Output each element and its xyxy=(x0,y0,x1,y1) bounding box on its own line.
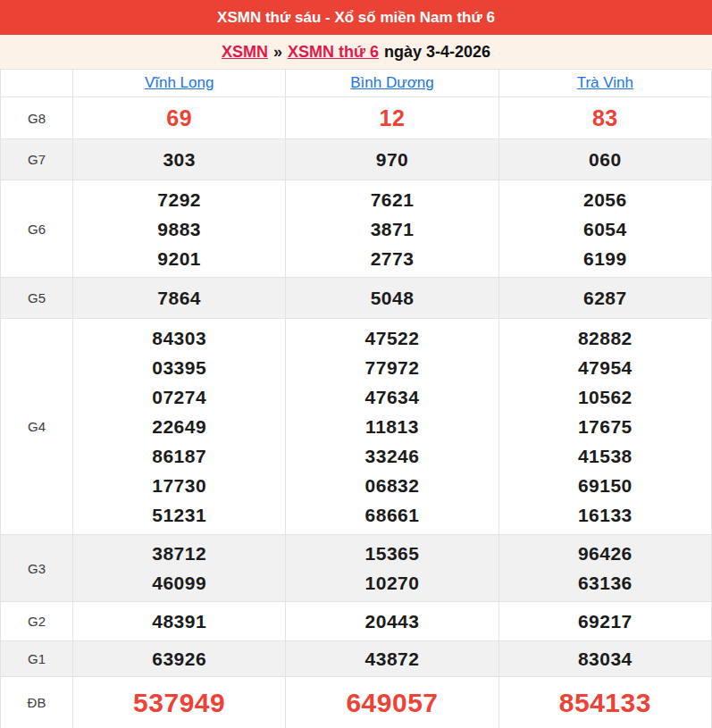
prize-row-G3: G3387124609915365102709642663136 xyxy=(1,535,712,602)
result-cell-G4-col3: 82882479541056217675415386915016133 xyxy=(498,319,711,535)
prize-label-G1: G1 xyxy=(1,641,73,677)
province-link-tra-vinh[interactable]: Trà Vinh xyxy=(577,74,633,91)
result-number: 10562 xyxy=(499,382,711,412)
result-number: 3871 xyxy=(286,214,498,244)
result-number: 69150 xyxy=(499,471,711,500)
result-number: 51231 xyxy=(73,500,285,530)
result-number: 17730 xyxy=(73,471,285,500)
breadcrumb: XSMN » XSMN thứ 6 ngày 3-4-2026 xyxy=(0,35,712,69)
result-number: 10270 xyxy=(286,568,498,598)
result-number: 83 xyxy=(499,104,711,133)
result-number: 84303 xyxy=(73,323,285,353)
result-cell-G3-col2: 1536510270 xyxy=(286,535,498,602)
prize-row-G8: G8691283 xyxy=(1,97,712,139)
breadcrumb-link-xsmn-thu-6[interactable]: XSMN thứ 6 xyxy=(288,43,379,62)
prize-label-ĐB: ĐB xyxy=(1,677,73,728)
result-cell-G2-col1: 48391 xyxy=(73,602,286,641)
result-cell-ĐB-col2: 649057 xyxy=(286,677,498,728)
result-number: 537949 xyxy=(73,688,285,717)
result-number: 970 xyxy=(286,145,498,174)
province-header-row: Vĩnh Long Bình Dương Trà Vinh xyxy=(1,70,712,97)
prize-row-G6: G6729298839201762138712773205660546199 xyxy=(1,180,712,278)
result-cell-ĐB-col1: 537949 xyxy=(73,677,286,728)
province-header-tra-vinh: Trà Vinh xyxy=(498,70,711,97)
result-number: 12 xyxy=(286,104,498,133)
result-number: 11813 xyxy=(286,412,498,441)
result-number: 41538 xyxy=(499,441,711,471)
result-number: 69217 xyxy=(499,607,711,636)
result-cell-G2-col3: 69217 xyxy=(498,602,711,641)
result-cell-G3-col1: 3871246099 xyxy=(73,535,286,602)
result-cell-G7-col2: 970 xyxy=(286,139,498,180)
result-number: 20443 xyxy=(286,607,498,636)
result-cell-G8-col1: 69 xyxy=(73,97,286,139)
result-cell-G7-col3: 060 xyxy=(498,139,711,180)
result-number: 83034 xyxy=(499,644,711,674)
result-number: 47634 xyxy=(286,382,498,412)
result-number: 43872 xyxy=(286,644,498,674)
prize-column-header xyxy=(1,70,73,97)
result-cell-G3-col3: 9642663136 xyxy=(498,535,711,602)
result-number: 649057 xyxy=(286,688,498,717)
result-number: 33246 xyxy=(286,441,498,471)
result-number: 17675 xyxy=(499,412,711,441)
result-number: 2773 xyxy=(286,244,498,273)
result-number: 303 xyxy=(73,145,285,174)
result-number: 15365 xyxy=(286,539,498,568)
result-number: 47522 xyxy=(286,323,498,353)
province-link-vinh-long[interactable]: Vĩnh Long xyxy=(145,74,214,91)
result-cell-G1-col1: 63926 xyxy=(73,641,286,677)
result-number: 86187 xyxy=(73,441,285,471)
page-title: XSMN thứ sáu - Xổ số miền Nam thứ 6 xyxy=(217,9,495,27)
result-number: 9201 xyxy=(73,244,285,273)
result-number: 63136 xyxy=(499,568,711,598)
result-number: 48391 xyxy=(73,607,285,636)
result-number: 63926 xyxy=(73,644,285,674)
result-cell-G8-col2: 12 xyxy=(286,97,498,139)
result-cell-G2-col2: 20443 xyxy=(286,602,498,641)
results-table: Vĩnh Long Bình Dương Trà Vinh G8691283G7… xyxy=(0,69,712,728)
result-cell-G1-col2: 43872 xyxy=(286,641,498,677)
page-title-bar: XSMN thứ sáu - Xổ số miền Nam thứ 6 xyxy=(0,0,712,35)
result-number: 9883 xyxy=(73,214,285,244)
result-number: 03395 xyxy=(73,353,285,382)
result-number: 7621 xyxy=(286,185,498,214)
province-header-vinh-long: Vĩnh Long xyxy=(73,70,286,97)
breadcrumb-separator: » xyxy=(273,43,282,62)
prize-label-G6: G6 xyxy=(1,180,73,278)
result-cell-ĐB-col3: 854133 xyxy=(498,677,711,728)
result-number: 06832 xyxy=(286,471,498,500)
province-link-binh-duong[interactable]: Bình Dương xyxy=(350,74,433,91)
result-cell-G8-col3: 83 xyxy=(498,97,711,139)
result-cell-G6-col3: 205660546199 xyxy=(498,180,711,278)
result-number: 96426 xyxy=(499,539,711,568)
lottery-results-page: XSMN thứ sáu - Xổ số miền Nam thứ 6 XSMN… xyxy=(0,0,712,728)
result-number: 6287 xyxy=(499,283,711,313)
result-number: 82882 xyxy=(499,323,711,353)
province-header-binh-duong: Bình Dương xyxy=(286,70,498,97)
prize-row-G5: G5786450486287 xyxy=(1,278,712,319)
result-number: 6199 xyxy=(499,244,711,273)
result-number: 6054 xyxy=(499,214,711,244)
result-cell-G1-col3: 83034 xyxy=(498,641,711,677)
result-cell-G6-col2: 762138712773 xyxy=(286,180,498,278)
prize-label-G8: G8 xyxy=(1,97,73,139)
prize-label-G7: G7 xyxy=(1,139,73,180)
prize-row-G7: G7303970060 xyxy=(1,139,712,180)
result-cell-G4-col1: 84303033950727422649861871773051231 xyxy=(73,319,286,535)
result-number: 5048 xyxy=(286,283,498,313)
result-cell-G5-col1: 7864 xyxy=(73,278,286,319)
result-number: 38712 xyxy=(73,539,285,568)
prize-label-G5: G5 xyxy=(1,278,73,319)
prize-label-G4: G4 xyxy=(1,319,73,535)
result-cell-G5-col3: 6287 xyxy=(498,278,711,319)
result-number: 854133 xyxy=(499,688,711,717)
result-number: 7292 xyxy=(73,185,285,214)
breadcrumb-date: ngày 3-4-2026 xyxy=(384,43,490,62)
result-number: 46099 xyxy=(73,568,285,598)
result-number: 16133 xyxy=(499,500,711,530)
breadcrumb-link-xsmn[interactable]: XSMN xyxy=(222,43,268,62)
result-cell-G6-col1: 729298839201 xyxy=(73,180,286,278)
result-number: 47954 xyxy=(499,353,711,382)
result-number: 2056 xyxy=(499,185,711,214)
